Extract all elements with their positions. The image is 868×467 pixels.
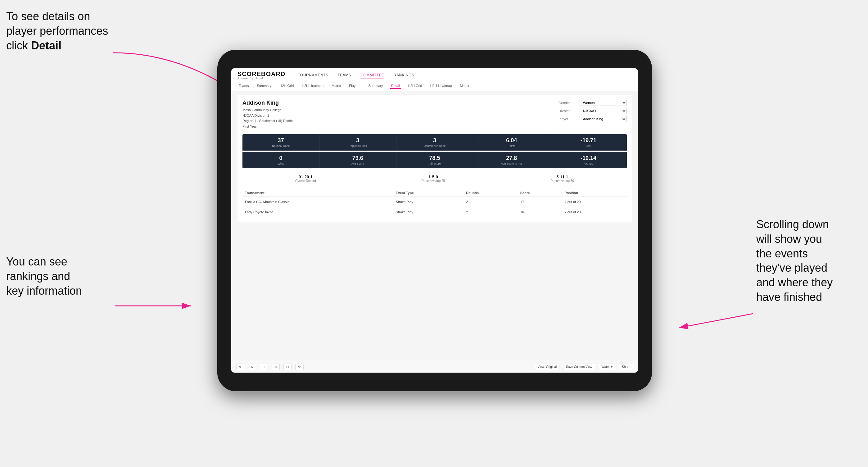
player-college: Mesa Community College [243,107,293,113]
record-top25: 1-5-0 Record vs top 25 [422,175,445,183]
score-1: 17 [518,197,562,207]
col-tournament: Tournament [243,189,393,197]
subnav-teams[interactable]: Teams [238,83,250,89]
stat-adj-score-label: Adj Score [400,162,469,165]
stat-national-rank-label: National Rank [246,145,315,148]
subnav-h2h-heatmap2[interactable]: H2H Heatmap [429,83,453,89]
stats-row1: 37 National Rank 3 Regional Rank 3 Confe… [243,134,627,151]
subnav-h2h-grid2[interactable]: H2H Grid [407,83,424,89]
stat-conference-rank: 3 Conference Rank [397,134,473,151]
annotation-r-line4: they've played [756,261,827,274]
gender-label: Gender [558,101,577,105]
annotation-line3b: Detail [31,39,61,52]
stat-avg-sg-label: Avg SG [554,162,623,165]
col-score: Score [518,189,562,197]
app-header: SCOREBOARD Powered by clippd TOURNAMENTS… [231,68,638,81]
col-event-type: Event Type [393,189,464,197]
record-top25-label: Record vs top 25 [422,179,445,183]
position-1: 4 out of 20 [562,197,627,207]
stat-regional-rank: 3 Regional Rank [319,134,397,151]
annotation-bl-line1: You can see [6,255,67,268]
records-row: 91-20-1 Overall Record 1-5-0 Record vs t… [243,172,627,185]
undo-button[interactable]: ↺ [236,364,244,370]
stat-national-rank: 37 National Rank [243,134,319,151]
main-content[interactable]: Addison King Mesa Community College NJCA… [231,91,638,361]
zoom-button[interactable]: ⊞ [272,364,280,370]
stat-regional-rank-value: 3 [323,137,393,144]
division-control: Division NJCAA I [558,108,627,114]
stat-national-rank-value: 37 [246,137,315,144]
event-type-1: Stroke Play [393,197,464,207]
view-original-button[interactable]: View: Original [535,364,560,370]
stat-points-label: Points [477,145,546,148]
player-division: NJCAA Division 1 [243,113,293,119]
annotation-r-line2: will show you [756,232,822,245]
stat-avg-sg-value: -10.14 [554,155,623,161]
annotation-bottom-left: You can see rankings and key information [6,255,112,298]
event-type-2: Stroke Play [393,207,464,217]
annotation-bl-line3: key information [6,284,82,297]
stat-avg-score-label: Avg Score [323,162,393,165]
record-overall-value: 91-20-1 [295,175,316,179]
rounds-2: 2 [464,207,518,217]
subnav-h2h-heatmap[interactable]: H2H Heatmap [301,83,325,89]
stat-sos-label: SoS [554,145,623,148]
brand: SCOREBOARD Powered by clippd [238,71,285,80]
nav-committee[interactable]: COMMITTEE [361,72,384,79]
subnav-h2h-grid[interactable]: H2H Grid [278,83,295,89]
table-row: Lady Coyote Invite Stroke Play 2 16 7 ou… [243,207,627,217]
nav-rankings[interactable]: RANKINGS [394,72,414,79]
annotation-r-line5: and where they [756,276,833,289]
record-top50-label: Record vs top 50 [550,179,574,183]
watch-button[interactable]: Watch ▾ [599,364,616,370]
stat-adj-score-value: 78.5 [400,155,469,161]
subnav-matrix2[interactable]: Matrix [459,83,470,89]
stat-conference-rank-label: Conference Rank [400,145,469,148]
division-select[interactable]: NJCAA I [580,108,627,114]
stat-avg-score-par-label: Avg Score to Par [477,162,546,165]
subnav-players[interactable]: Players [348,83,362,89]
stat-avg-score-value: 79.6 [323,155,393,161]
annotation-top-left: To see details on player performances cl… [6,9,112,53]
minus-button[interactable]: ⊟ [283,364,291,370]
tournament-name-2: Lady Coyote Invite [243,207,393,217]
subnav-summary[interactable]: Summary [255,83,273,89]
subnav-matrix[interactable]: Matrix [330,83,342,89]
content-inner: Addison King Mesa Community College NJCA… [238,95,632,222]
settings-button[interactable]: ⚙ [295,364,304,370]
nav-teams[interactable]: TEAMS [337,72,351,79]
player-name: Addison King [243,100,293,106]
stat-points-value: 6.04 [477,137,546,144]
gender-control: Gender Women [558,100,627,106]
gender-select[interactable]: Women [580,100,627,106]
player-header: Addison King Mesa Community College NJCA… [243,100,627,129]
player-info: Addison King Mesa Community College NJCA… [243,100,293,129]
arrow-rankings [112,298,199,314]
subnav-detail[interactable]: Detail [390,83,401,89]
stat-avg-score: 79.6 Avg Score [319,152,397,168]
stat-avg-score-par-value: 27.8 [477,155,546,161]
record-overall: 91-20-1 Overall Record [295,175,316,183]
redo-button[interactable]: ↻ [248,364,256,370]
stat-wins-label: Wins [246,162,315,165]
player-year: First Year [243,124,293,129]
tablet-frame: SCOREBOARD Powered by clippd TOURNAMENTS… [217,50,652,391]
stat-adj-score: 78.5 Adj Score [397,152,473,168]
brand-subtitle: Powered by clippd [238,77,285,80]
player-label: Player [558,117,577,121]
record-top50-value: 5-11-1 [550,175,574,179]
share-button[interactable]: Share [619,364,633,370]
nav-tournaments[interactable]: TOURNAMENTS [298,72,328,79]
save-custom-button[interactable]: Save Custom View [563,364,595,370]
player-region: Region 1 - Southwest (18) District [243,118,293,124]
stat-wins-value: 0 [246,155,315,161]
subnav-summary2[interactable]: Summary [367,83,384,89]
stats-row2: 0 Wins 79.6 Avg Score 78.5 Adj Score 27.… [243,152,627,168]
annotation-line2: player performances [6,25,108,37]
annotation-line3a: click [6,39,31,52]
annotation-right: Scrolling down will show you the events … [756,217,862,305]
player-select[interactable]: Addison King [580,116,627,122]
stat-conference-rank-value: 3 [400,137,469,144]
tournament-table: Tournament Event Type Rounds Score Posit… [243,189,627,217]
zoom-fit-button[interactable]: ⊡ [260,364,268,370]
